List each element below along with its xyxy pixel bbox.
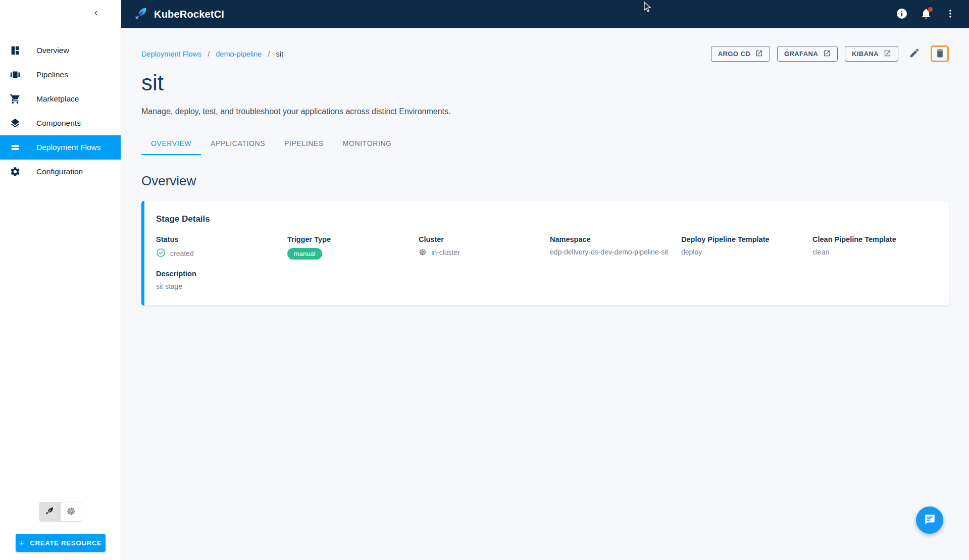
chat-fab-button[interactable]: [916, 506, 943, 534]
sidebar-nav: Overview Pipelines Marketplace Component…: [0, 28, 121, 184]
kebab-menu-icon: [945, 8, 956, 21]
trash-icon: [935, 48, 945, 60]
app-title: KubeRocketCI: [154, 9, 224, 20]
info-icon: [896, 8, 908, 21]
status-value: created: [170, 249, 194, 258]
sidebar-item-components[interactable]: Components: [0, 111, 121, 135]
sidebar-item-configuration[interactable]: Configuration: [0, 160, 121, 184]
sidebar-item-label: Components: [36, 119, 81, 128]
field-label: Clean Pipeline Template: [812, 235, 935, 243]
kibana-label: KIBANA: [852, 50, 879, 58]
pipelines-icon: [9, 69, 21, 81]
sidebar-item-deployment-flows[interactable]: Deployment Flows: [0, 135, 121, 160]
sidebar-item-label: Pipelines: [36, 70, 68, 79]
clean-template-value: clean: [812, 248, 829, 256]
description-value: sit stage: [156, 282, 182, 290]
field-label: Description: [156, 270, 410, 278]
toggle-kuberocketci-view[interactable]: [39, 502, 61, 521]
external-link-icon: [755, 49, 763, 59]
app-logo: KubeRocketCI: [134, 7, 224, 22]
field-description: Description sit stage: [156, 270, 410, 290]
sidebar-item-marketplace[interactable]: Marketplace: [0, 87, 121, 111]
field-cluster: Cluster ☸ in-cluster: [419, 235, 541, 260]
toggle-kubernetes-view[interactable]: ☸: [60, 502, 81, 521]
sidebar-item-pipelines[interactable]: Pipelines: [0, 63, 121, 87]
field-label: Deploy Pipeline Template: [681, 235, 803, 243]
app-bar: KubeRocketCI: [121, 0, 969, 28]
stage-details-title: Stage Details: [156, 214, 935, 224]
sidebar-item-label: Marketplace: [36, 94, 79, 104]
field-label: Trigger Type: [287, 235, 410, 243]
delete-stage-button[interactable]: [931, 45, 949, 62]
page-subtitle: Manage, deploy, test, and troubleshoot y…: [141, 107, 949, 116]
notification-badge-dot: [928, 7, 933, 12]
namespace-value: edp-delivery-os-dev-demo-pipeline-sit: [550, 248, 668, 256]
sidebar-header: [0, 0, 121, 28]
stage-tabs: OVERVIEW APPLICATIONS PIPELINES MONITORI…: [141, 133, 949, 155]
field-deploy-pipeline-template: Deploy Pipeline Template deploy: [681, 235, 803, 260]
breadcrumb-current: sit: [276, 50, 283, 58]
sidebar-item-label: Overview: [36, 46, 69, 55]
trigger-type-badge: manual: [287, 248, 322, 260]
sidebar-item-overview[interactable]: Overview: [0, 38, 121, 63]
sidebar-spacer: [0, 184, 121, 502]
notifications-button[interactable]: [915, 4, 937, 25]
stage-details-card: Stage Details Status created Trigger Typ…: [141, 201, 949, 306]
info-button[interactable]: [891, 4, 912, 25]
field-label: Cluster: [419, 235, 541, 243]
create-resource-button[interactable]: + CREATE RESOURCE: [16, 534, 106, 552]
pencil-icon: [909, 47, 920, 60]
page-title: sit: [141, 70, 949, 96]
breadcrumb-separator: /: [208, 50, 210, 58]
sidebar: Overview Pipelines Marketplace Component…: [0, 0, 121, 560]
plus-icon: +: [19, 538, 25, 548]
chevron-left-icon: [92, 9, 100, 19]
argo-cd-button[interactable]: ARGO CD: [711, 46, 770, 62]
flows-icon: [9, 141, 21, 154]
field-trigger-type: Trigger Type manual: [287, 235, 410, 260]
field-clean-pipeline-template: Clean Pipeline Template clean: [812, 235, 935, 260]
grafana-button[interactable]: GRAFANA: [777, 46, 838, 62]
field-namespace: Namespace edp-delivery-os-dev-demo-pipel…: [550, 235, 672, 260]
gear-icon: [9, 166, 21, 178]
sidebar-item-label: Configuration: [36, 167, 83, 176]
chat-bubble-icon: [923, 513, 936, 528]
layers-icon: [9, 117, 21, 129]
breadcrumb-deployment-flows-link[interactable]: Deployment Flows: [141, 50, 201, 58]
sidebar-bottom: ☸ + CREATE RESOURCE: [0, 502, 121, 560]
section-title: Overview: [141, 173, 949, 189]
kuberocketci-feather-logo-icon: [134, 7, 148, 22]
kibana-button[interactable]: KIBANA: [845, 46, 898, 62]
deploy-template-value: deploy: [681, 248, 702, 256]
tab-monitoring[interactable]: MONITORING: [333, 133, 401, 155]
kubernetes-wheel-icon: ☸: [67, 506, 76, 517]
main-area: KubeRocketCI: [121, 0, 969, 560]
cart-icon: [9, 93, 21, 105]
dashboard-icon: [9, 44, 21, 57]
stage-actions: ARGO CD GRAFANA KIBANA: [711, 45, 949, 62]
argo-cd-label: ARGO CD: [718, 50, 750, 58]
sidebar-item-label: Deployment Flows: [36, 143, 101, 152]
external-link-icon: [823, 49, 831, 59]
breadcrumb-separator: /: [268, 50, 270, 58]
tab-pipelines[interactable]: PIPELINES: [275, 133, 333, 155]
page-content: Deployment Flows / demo-pipeline / sit A…: [121, 28, 969, 560]
grafana-label: GRAFANA: [784, 50, 818, 58]
check-circle-icon: [156, 248, 166, 259]
stage-details-fields: Status created Trigger Type manual: [156, 235, 935, 291]
cluster-value: in-cluster: [431, 248, 460, 257]
tab-overview[interactable]: OVERVIEW: [141, 133, 201, 155]
breadcrumb: Deployment Flows / demo-pipeline / sit: [141, 50, 283, 58]
edit-stage-button[interactable]: [905, 46, 924, 62]
field-status: Status created: [156, 235, 278, 260]
more-menu-button[interactable]: [940, 4, 961, 25]
field-label: Status: [156, 235, 278, 243]
breadcrumb-demo-pipeline-link[interactable]: demo-pipeline: [216, 50, 262, 58]
sidebar-collapse-button[interactable]: [88, 6, 105, 22]
resource-view-toggle: ☸: [39, 502, 82, 522]
kuberocketci-feather-icon: [44, 506, 55, 518]
create-resource-label: CREATE RESOURCE: [30, 539, 101, 547]
tab-applications[interactable]: APPLICATIONS: [201, 133, 275, 155]
kubernetes-icon: ☸: [419, 248, 427, 257]
appbar-actions: [891, 4, 961, 25]
